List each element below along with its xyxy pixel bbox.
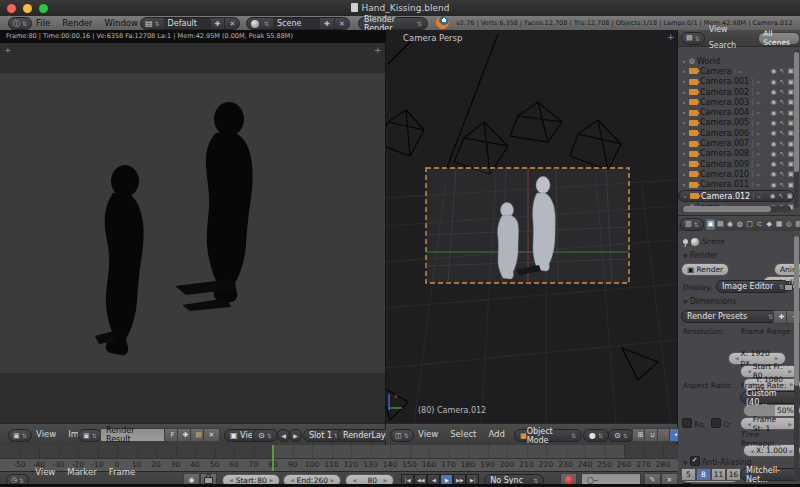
properties-tab-material-icon[interactable]: ◎	[784, 219, 793, 230]
unlink-image-button[interactable]: ✕	[203, 428, 220, 442]
outliner-item-camera[interactable]: •Camera|∞◉↖▣	[678, 66, 794, 76]
pivot-point-dropdown[interactable]: ⊙⇅	[608, 429, 634, 442]
properties-tab-constraints-icon[interactable]: ⊂	[755, 219, 764, 230]
aa-samples-16-button[interactable]: 16	[726, 468, 741, 481]
outliner-item-world[interactable]: •◍World	[678, 56, 794, 66]
expand-toggle[interactable]: •	[683, 193, 690, 200]
visibility-eye-icon[interactable]: ◉	[771, 119, 777, 127]
render-result-image[interactable]	[0, 43, 385, 424]
editor-type-info-button[interactable]: ⓘ⇅	[8, 17, 32, 30]
expand-toggle[interactable]: •	[682, 119, 689, 126]
add-layout-button[interactable]: ✚	[210, 18, 225, 29]
selectability-cursor-icon[interactable]: ↖	[779, 181, 784, 189]
visibility-eye-icon[interactable]: ◉	[771, 78, 777, 86]
timeline-track[interactable]	[0, 445, 678, 458]
selectability-cursor-icon[interactable]: ↖	[779, 109, 784, 117]
aa-samples-11-button[interactable]: 11	[711, 468, 726, 481]
visibility-eye-icon[interactable]: ◉	[771, 88, 777, 96]
selectability-cursor-icon[interactable]: ↖	[778, 192, 783, 200]
border-checkbox[interactable]: Bo	[682, 418, 704, 429]
crop-checkbox[interactable]: Cr	[711, 418, 731, 429]
aa-filter-dropdown[interactable]: Mitchell-Net...⇅	[740, 468, 800, 481]
expand-region-icon[interactable]: +	[4, 45, 12, 55]
outliner-item-camera.005[interactable]: •Camera.005|∞◉↖▣	[678, 118, 794, 128]
outliner-item-camera.002[interactable]: •Camera.002|∞◉↖▣	[678, 87, 794, 97]
aa-samples-5-button[interactable]: 5	[681, 468, 696, 481]
timeline-menu-view[interactable]: View	[29, 464, 61, 480]
selectability-cursor-icon[interactable]: ↖	[779, 119, 784, 127]
outliner-item-camera.007[interactable]: •Camera.007|∞◉↖▣	[678, 138, 794, 148]
properties-tab-texture-icon[interactable]: ▨	[794, 219, 800, 230]
pin-icon[interactable]	[683, 239, 688, 244]
object-name[interactable]: Camera	[700, 67, 731, 76]
properties-scrollbar[interactable]	[794, 236, 799, 482]
delete-scene-button[interactable]: ✕	[334, 18, 349, 29]
outliner-hscrollbar[interactable]	[681, 206, 791, 212]
object-name[interactable]: Camera.011	[700, 180, 749, 189]
dimensions-panel-header[interactable]: ▼Dimensions	[683, 297, 736, 306]
selectability-cursor-icon[interactable]: ↖	[779, 129, 784, 137]
object-name[interactable]: Camera.004	[700, 108, 749, 117]
object-name[interactable]: Camera.008	[700, 149, 749, 158]
expand-region-icon[interactable]: +	[374, 45, 382, 55]
expand-toggle[interactable]: •	[682, 161, 689, 168]
antialiasing-checkbox[interactable]	[690, 456, 700, 466]
outliner-item-camera.011[interactable]: •Camera.011|∞◉↖▣	[678, 180, 794, 190]
render-panel-header[interactable]: ▼Render	[683, 251, 718, 260]
editor-type-3dview-button[interactable]: ◫⇅	[390, 429, 414, 442]
next-slot-button[interactable]: ▶	[289, 429, 302, 442]
visibility-eye-icon[interactable]: ◉	[771, 181, 777, 189]
expand-toggle[interactable]: •	[682, 109, 689, 116]
outliner-item-camera.003[interactable]: •Camera.003|∞◉↖▣	[678, 97, 794, 107]
properties-tab-render-icon[interactable]: ▣	[706, 219, 715, 230]
timeline-menu-marker[interactable]: Marker	[61, 464, 102, 480]
expand-toggle[interactable]: •	[682, 171, 689, 178]
properties-tab-object-data-icon[interactable]: ▦	[775, 219, 784, 230]
outliner-menu-view[interactable]: View	[705, 22, 732, 38]
editor-type-outliner-button[interactable]: ▤⇅	[681, 32, 705, 45]
object-name[interactable]: Camera.005	[700, 118, 749, 127]
expand-toggle[interactable]: •	[682, 58, 689, 65]
object-name[interactable]: Camera.003	[700, 98, 749, 107]
expand-region-icon[interactable]: +	[667, 32, 675, 42]
mode-dropdown[interactable]: ■Object Mode⇅	[514, 429, 582, 442]
playhead[interactable]	[272, 445, 274, 471]
object-name[interactable]: Camera.009	[700, 160, 749, 169]
outliner-item-camera.009[interactable]: •Camera.009|∞◉↖▣	[678, 159, 794, 169]
outliner-menu-search[interactable]: Search	[705, 38, 740, 54]
editor-type-image-button[interactable]: ▣⇅	[8, 429, 32, 442]
topmenu-render[interactable]: Render	[56, 16, 98, 30]
expand-toggle[interactable]: •	[682, 130, 689, 137]
view3d-menu-select[interactable]: Select	[444, 424, 482, 445]
properties-tab-scene-icon[interactable]: ◉	[726, 219, 735, 230]
render-presets-dropdown[interactable]: Render Presets⇅	[681, 310, 779, 323]
selectability-cursor-icon[interactable]: ↖	[779, 170, 784, 178]
render-button[interactable]: ▣ Render	[681, 263, 729, 276]
object-name[interactable]: World	[697, 57, 720, 66]
selectability-cursor-icon[interactable]: ↖	[779, 88, 784, 96]
object-name[interactable]: Camera.006	[700, 129, 749, 138]
scene-name[interactable]: Scene	[273, 18, 319, 29]
aa-samples-8-button[interactable]: 8	[696, 468, 711, 481]
expand-toggle[interactable]: •	[682, 68, 689, 75]
visibility-eye-icon[interactable]: ◉	[771, 109, 777, 117]
selectability-cursor-icon[interactable]: ↖	[779, 140, 784, 148]
expand-toggle[interactable]: •	[682, 78, 689, 85]
visibility-eye-icon[interactable]: ◉	[771, 150, 777, 158]
timeline-menu-frame[interactable]: Frame	[103, 464, 141, 480]
visibility-eye-icon[interactable]: ◉	[771, 160, 777, 168]
properties-tab-world-icon[interactable]: ◍	[735, 219, 744, 230]
visibility-eye-icon[interactable]: ◉	[771, 98, 777, 106]
selectability-cursor-icon[interactable]: ↖	[779, 78, 784, 86]
visibility-eye-icon[interactable]: ◉	[770, 192, 776, 200]
layout-name[interactable]: Default	[164, 18, 210, 29]
antialiasing-panel-header[interactable]: ▼Anti-Aliasing	[683, 456, 752, 467]
scene-selector[interactable]: ⇅ Scene ✚ ✕	[246, 17, 350, 30]
object-name[interactable]: Camera.001	[700, 77, 749, 86]
object-name[interactable]: Camera.007	[700, 139, 749, 148]
pivot-dropdown[interactable]: ⊙⇅	[252, 429, 278, 442]
outliner-item-camera.001[interactable]: •Camera.001|∞◉↖▣	[678, 77, 794, 87]
view3d-menu-view[interactable]: View	[412, 424, 444, 445]
properties-tab-object-icon[interactable]: □	[745, 219, 754, 230]
expand-toggle[interactable]: •	[682, 181, 689, 188]
